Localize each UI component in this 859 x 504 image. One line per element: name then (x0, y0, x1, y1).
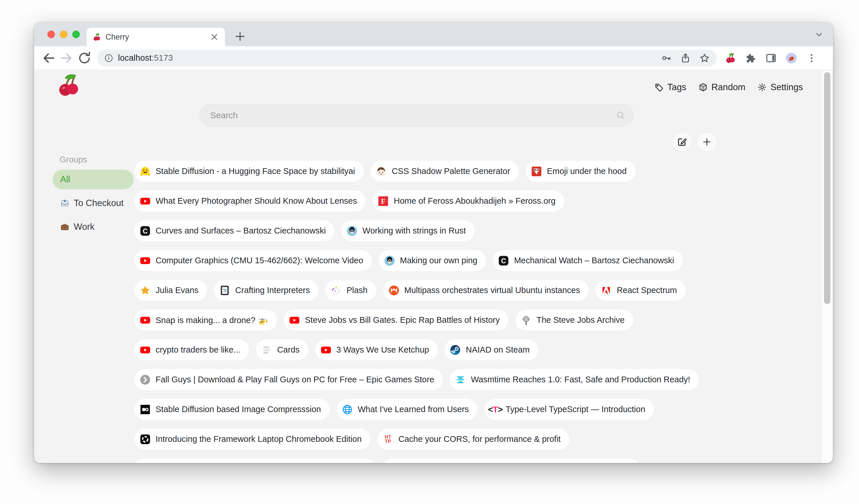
site-info-icon[interactable] (104, 53, 114, 63)
tray-icon (60, 199, 70, 208)
group-label: To Checkout (74, 198, 123, 208)
tab-search-chevron-icon[interactable] (814, 30, 824, 39)
scrollbar-thumb[interactable] (824, 72, 830, 304)
bookmark-pill[interactable]: crypto traders be like... (135, 339, 249, 360)
groups-list: AllTo CheckoutWork (52, 170, 134, 237)
bookmark-label: Snap is making... a drone? 🚁 (155, 315, 268, 325)
bookmark-label: What Every Photographer Should Know Abou… (155, 196, 357, 206)
nav-label: Tags (667, 82, 686, 93)
bookmark-pill[interactable]: 3 Ways We Use Ketchup (315, 339, 438, 360)
framework-icon (140, 434, 151, 445)
back-button[interactable] (41, 51, 56, 66)
reload-button[interactable] (77, 51, 92, 66)
bookmark-label: Stable Diffusion based Image Compresssio… (155, 405, 321, 414)
password-key-icon[interactable] (661, 53, 672, 63)
bookmark-pill[interactable]: What Every Photographer Should Know Abou… (135, 190, 365, 211)
new-tab-button[interactable] (234, 30, 246, 43)
minimize-window-button[interactable] (60, 31, 67, 38)
page-scrollbar (822, 70, 832, 462)
bookmark-pill[interactable]: CCurves and Surfaces – Bartosz Ciechanow… (135, 220, 334, 241)
nav-settings[interactable]: Settings (757, 82, 803, 93)
bookmark-pill[interactable]: Introducing the Framework Laptop Chromeb… (135, 429, 371, 450)
bookmark-pill[interactable]: CMechanical Watch – Bartosz Ciechanowski (493, 250, 682, 271)
svg-text:F: F (381, 197, 386, 205)
browser-tab[interactable]: Cherry (87, 28, 225, 46)
avatar-glasses-icon (346, 225, 358, 236)
ciechanowski-icon: C (498, 255, 509, 266)
group-work[interactable]: Work (52, 217, 134, 237)
bookmark-pill[interactable] (383, 458, 641, 463)
nav-tags[interactable]: Tags (654, 82, 686, 93)
star-icon (140, 285, 151, 296)
tab-strip: Cherry (34, 22, 833, 46)
menu-kebab-icon[interactable] (806, 52, 817, 64)
film-icon (140, 404, 151, 415)
forward-button[interactable] (59, 51, 74, 66)
side-panel-icon[interactable] (765, 52, 777, 64)
bookmark-label: What I've Learned from Users (358, 405, 469, 414)
bookmark-pill[interactable]: Making our own ping (379, 250, 486, 271)
close-window-button[interactable] (47, 31, 55, 38)
bookmark-pill[interactable] (135, 458, 376, 463)
type-ts-icon: <T> (489, 404, 501, 415)
bookmark-label: Plash (346, 285, 367, 295)
group-to-checkout[interactable]: To Checkout (52, 193, 134, 213)
bookmark-pill[interactable]: FHome of Feross Aboukhadijeh » Feross.or… (373, 190, 564, 211)
bookmark-label: Multipass orchestrates virtual Ubuntu in… (404, 285, 580, 295)
tab-close-icon[interactable] (209, 32, 219, 42)
bookmark-pill[interactable]: <T>Type-Level TypeScript — Introduction (484, 399, 654, 420)
bookmark-pill[interactable]: NAIAD on Steam (444, 339, 538, 360)
avatar-face-icon (376, 166, 387, 177)
wasmtime-icon (455, 374, 466, 385)
bookmark-pill[interactable]: Fall Guys | Download & Play Fall Guys on… (135, 369, 443, 390)
bookmark-pill[interactable]: Steve Jobs vs Bill Gates. Epic Rap Battl… (284, 310, 509, 331)
bookmark-label: crypto traders be like... (155, 345, 240, 355)
desktop: Cherry localhost:5173 (0, 0, 859, 504)
group-label: Work (74, 222, 94, 232)
bookmark-pill[interactable]: React Spectrum (596, 280, 685, 301)
search-input[interactable] (199, 104, 633, 127)
bookmark-pill[interactable]: Computer Graphics (CMU 15-462/662): Welc… (135, 250, 372, 271)
bookmark-pill[interactable]: Julia Evans (135, 280, 207, 301)
bookmark-pill[interactable]: Working with strings in Rust (341, 220, 474, 241)
address-bar[interactable]: localhost:5173 (97, 50, 717, 66)
profile-avatar[interactable] (785, 52, 797, 64)
zoom-window-button[interactable] (72, 31, 80, 38)
bookmark-pill[interactable]: Plash (326, 280, 376, 301)
bookmark-pill[interactable]: Stable Diffusion - a Hugging Face Space … (135, 161, 364, 182)
bookmark-pill[interactable]: Emoji under the hood (526, 161, 635, 182)
bookmark-label: Making our own ping (400, 256, 478, 265)
share-icon[interactable] (680, 53, 691, 63)
extensions-puzzle-icon[interactable] (745, 52, 757, 64)
bookmark-pill[interactable]: What I've Learned from Users (337, 399, 478, 420)
bookmark-pill[interactable]: Multipass orchestrates virtual Ubuntu in… (383, 280, 589, 301)
header-nav: TagsRandomSettings (654, 82, 803, 93)
nav-random[interactable]: Random (698, 82, 745, 93)
bookmark-row: Snap is making... a drone? 🚁Steve Jobs v… (135, 310, 813, 331)
bookmark-pill[interactable]: HTTPCache your CORS, for performance & p… (377, 429, 570, 450)
bookmark-label: The Steve Jobs Archive (537, 315, 625, 325)
bookmark-row: crypto traders be like...Cards3 Ways We … (135, 339, 813, 360)
edit-bookmarks-button[interactable] (672, 132, 692, 152)
group-all[interactable]: All (52, 170, 134, 189)
action-buttons (672, 132, 717, 152)
bookmark-pill[interactable]: CSS Shadow Palette Generator (371, 161, 518, 182)
add-bookmark-button[interactable] (697, 132, 717, 152)
bookmark-pill[interactable]: Crafting Interpreters (214, 280, 318, 301)
bookmark-pill[interactable]: The Steve Jobs Archive (515, 310, 633, 331)
globe-icon (342, 404, 353, 415)
bookmark-pill[interactable]: Stable Diffusion based Image Compresssio… (135, 399, 330, 420)
bookmark-star-icon[interactable] (699, 53, 710, 63)
bookmark-label: Curves and Surfaces – Bartosz Ciechanows… (155, 226, 326, 236)
bookmark-pill[interactable]: Snap is making... a drone? 🚁 (135, 310, 277, 331)
adobe-icon (601, 285, 612, 296)
bookmark-pill[interactable]: Cards (256, 339, 308, 360)
bookmark-label: Working with strings in Rust (362, 226, 466, 236)
ciechanowski-icon: C (140, 225, 151, 236)
group-label: All (60, 174, 70, 185)
youtube-icon (140, 196, 151, 207)
bookmark-pill[interactable]: Wasmtime Reaches 1.0: Fast, Safe and Pro… (450, 369, 699, 390)
groups-title: Groups (60, 155, 134, 164)
cherry-extension-icon[interactable] (725, 52, 736, 64)
cherry-logo-icon[interactable] (56, 72, 81, 98)
